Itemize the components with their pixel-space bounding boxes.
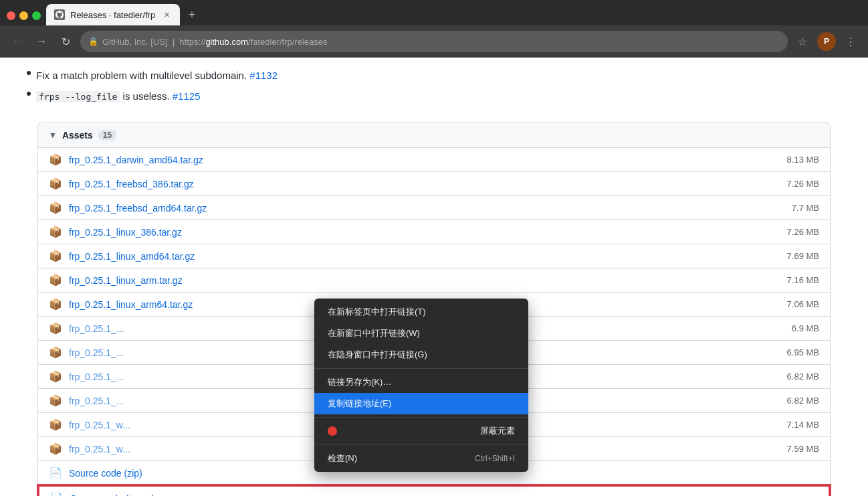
ctx-label: 在隐身窗口中打开链接(G)	[328, 349, 427, 361]
asset-row: 📦 frp_0.25.1_freebsd_386.tar.gz 7.26 MB	[38, 172, 830, 196]
issue-link-1132[interactable]: #1132	[249, 70, 278, 81]
block-icon	[328, 426, 337, 436]
url-prefix: GitHub, Inc. [US] | https://	[102, 37, 205, 47]
asset-size: 6.82 MB	[779, 396, 819, 406]
source-code-targz-row: 📄 Source code (tar.gz)	[38, 485, 830, 496]
context-menu: 在新标签页中打开链接(T) 在新窗口中打开链接(W) 在隐身窗口中打开链接(G)…	[314, 299, 528, 472]
browser-window: Releases · fatedier/frp ✕ + ← → ↻ 🔒 GitH…	[0, 0, 868, 496]
archive-icon: 📦	[49, 250, 62, 262]
bullet-dot-1	[27, 71, 31, 75]
assets-count: 15	[98, 130, 116, 141]
inline-code-1: frps --log_file	[36, 91, 120, 102]
archive-icon: 📦	[49, 201, 62, 214]
traffic-lights	[7, 11, 46, 25]
lock-icon: 🔒	[88, 37, 98, 46]
archive-icon: 📦	[49, 153, 62, 166]
source-icon: 📄	[49, 467, 62, 479]
asset-size: 6.9 MB	[779, 323, 819, 333]
asset-size: 7.59 MB	[779, 444, 819, 454]
active-tab[interactable]: Releases · fatedier/frp ✕	[46, 4, 180, 25]
asset-size: 8.13 MB	[779, 155, 819, 165]
assets-toggle-icon[interactable]: ▼	[49, 131, 57, 140]
archive-icon: 📦	[49, 226, 62, 238]
issue-link-1125[interactable]: #1125	[173, 90, 201, 102]
asset-row: 📦 frp_0.25.1_linux_386.tar.gz 7.26 MB	[38, 220, 830, 244]
forward-button[interactable]: →	[32, 32, 51, 51]
asset-link[interactable]: frp_0.25.1_freebsd_amd64.tar.gz	[69, 203, 772, 214]
tab-bar: Releases · fatedier/frp ✕ +	[0, 0, 868, 25]
ctx-open-incognito[interactable]: 在隐身窗口中打开链接(G)	[314, 344, 528, 365]
url-display: GitHub, Inc. [US] | https://github.com/f…	[102, 37, 780, 47]
ctx-open-new-window[interactable]: 在新窗口中打开链接(W)	[314, 323, 528, 344]
ctx-separator-1	[314, 368, 528, 369]
asset-size: 7.14 MB	[779, 420, 819, 430]
bullet-text-1: Fix a match problem with multilevel subd…	[36, 68, 278, 84]
address-bar: ← → ↻ 🔒 GitHub, Inc. [US] | https://gith…	[0, 25, 868, 58]
ctx-open-new-tab[interactable]: 在新标签页中打开链接(T)	[314, 301, 528, 323]
ctx-label: 检查(N)	[328, 452, 357, 465]
ctx-shortcut: Ctrl+Shift+I	[475, 454, 515, 463]
archive-icon: 📦	[49, 322, 62, 335]
url-path: github.com	[205, 37, 248, 47]
bullet-item-2: frps --log_file is useless. #1125	[27, 89, 841, 104]
menu-button[interactable]: ⋮	[841, 32, 860, 51]
archive-icon: 📦	[49, 346, 62, 359]
asset-row: 📦 frp_0.25.1_darwin_amd64.tar.gz 8.13 MB	[38, 148, 830, 172]
archive-icon: 📦	[49, 177, 62, 190]
asset-link[interactable]: frp_0.25.1_linux_arm.tar.gz	[69, 275, 772, 286]
maximize-window-button[interactable]	[32, 11, 41, 20]
reload-button[interactable]: ↻	[56, 32, 75, 51]
archive-icon: 📦	[49, 418, 62, 431]
ctx-block-element[interactable]: 屏蔽元素	[314, 420, 528, 442]
bullet-text-2: frps --log_file is useless. #1125	[36, 89, 201, 104]
tab-close-button[interactable]: ✕	[161, 9, 172, 20]
page-content: Fix a match problem with multilevel subd…	[0, 58, 868, 496]
close-window-button[interactable]	[7, 11, 15, 20]
assets-title: Assets	[62, 130, 93, 141]
minimize-window-button[interactable]	[19, 11, 28, 20]
asset-size: 7.26 MB	[779, 227, 819, 237]
asset-link[interactable]: frp_0.25.1_darwin_amd64.tar.gz	[69, 155, 772, 165]
back-button[interactable]: ←	[8, 32, 27, 51]
ctx-label: 在新窗口中打开链接(W)	[328, 327, 420, 339]
asset-size: 7.16 MB	[779, 275, 819, 285]
ctx-separator-2	[314, 417, 528, 418]
ctx-copy-link[interactable]: 复制链接地址(E)	[314, 393, 528, 414]
ctx-label: 屏蔽元素	[480, 425, 515, 437]
bullet-dot-2	[27, 92, 31, 96]
ctx-save-link[interactable]: 链接另存为(K)…	[314, 371, 528, 393]
assets-header: ▼ Assets 15	[38, 123, 830, 148]
asset-size: 7.69 MB	[779, 251, 819, 261]
asset-row: 📦 frp_0.25.1_linux_arm.tar.gz 7.16 MB	[38, 268, 830, 293]
asset-size: 7.26 MB	[779, 179, 819, 189]
new-tab-button[interactable]: +	[183, 5, 201, 24]
changelog-section: Fix a match problem with multilevel subd…	[0, 58, 868, 122]
asset-size: 6.82 MB	[779, 371, 819, 382]
ctx-inspect[interactable]: 检查(N) Ctrl+Shift+I	[314, 448, 528, 469]
ctx-label: 链接另存为(K)…	[328, 376, 391, 388]
archive-icon: 📦	[49, 442, 62, 455]
archive-icon: 📦	[49, 370, 62, 383]
asset-size: 6.95 MB	[779, 347, 819, 357]
archive-icon: 📦	[49, 274, 62, 286]
ctx-label: 复制链接地址(E)	[328, 398, 391, 410]
asset-size: 7.7 MB	[779, 203, 819, 213]
asset-link[interactable]: frp_0.25.1_freebsd_386.tar.gz	[69, 179, 772, 189]
source-icon: 📄	[50, 492, 64, 496]
address-input[interactable]: 🔒 GitHub, Inc. [US] | https://github.com…	[80, 31, 788, 52]
profile-button[interactable]: P	[817, 32, 836, 51]
asset-size: 7.06 MB	[779, 299, 819, 309]
asset-link[interactable]: frp_0.25.1_linux_amd64.tar.gz	[69, 251, 772, 262]
ctx-separator-3	[314, 444, 528, 445]
url-suffix: /fatedier/frp/releases	[248, 37, 328, 47]
asset-row: 📦 frp_0.25.1_freebsd_amd64.tar.gz 7.7 MB	[38, 196, 830, 220]
tab-title: Releases · fatedier/frp	[70, 10, 156, 20]
asset-row: 📦 frp_0.25.1_linux_amd64.tar.gz 7.69 MB	[38, 244, 830, 268]
asset-link[interactable]: frp_0.25.1_linux_386.tar.gz	[69, 227, 772, 238]
bullet-item-1: Fix a match problem with multilevel subd…	[27, 68, 841, 84]
ctx-label: 在新标签页中打开链接(T)	[328, 306, 426, 318]
archive-icon: 📦	[49, 394, 62, 407]
tab-favicon	[54, 9, 65, 20]
bookmark-button[interactable]: ☆	[793, 32, 812, 51]
source-code-targz-link[interactable]: Source code (tar.gz)	[70, 493, 771, 497]
